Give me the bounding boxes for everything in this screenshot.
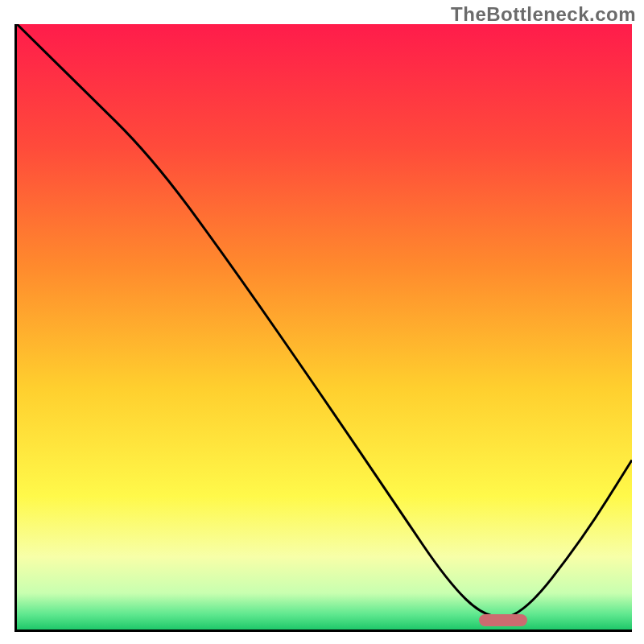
optimal-range-marker: [479, 614, 527, 626]
chart-plot-area: [14, 24, 632, 632]
chart-svg: [17, 24, 632, 630]
watermark-text: TheBottleneck.com: [451, 3, 636, 26]
